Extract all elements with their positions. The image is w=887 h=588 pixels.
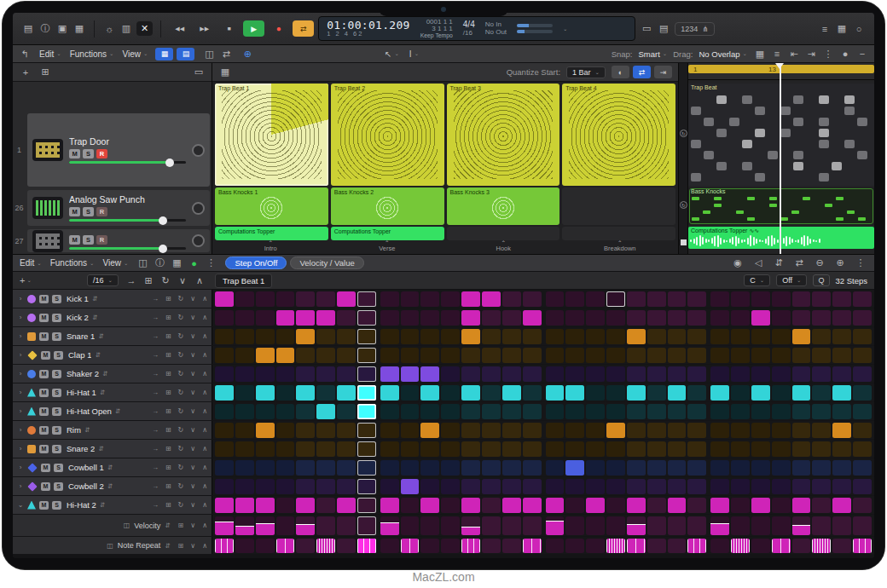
step-cell[interactable] [401, 479, 420, 494]
step-cell[interactable] [751, 348, 770, 363]
step-cell[interactable] [296, 423, 315, 438]
step-cell[interactable] [546, 423, 565, 438]
step-cell[interactable] [606, 539, 625, 553]
step-cell[interactable] [812, 441, 831, 457]
step-cell[interactable] [401, 441, 420, 457]
step-cell[interactable] [215, 291, 234, 307]
step-cell[interactable] [606, 310, 625, 326]
step-cell[interactable] [215, 329, 234, 344]
tracks-view-icon[interactable]: ▤ [177, 48, 194, 61]
up-icon[interactable]: ∧ [202, 482, 207, 490]
goto-end-icon[interactable]: ⇥ [654, 66, 672, 78]
down-icon[interactable]: ∨ [190, 314, 195, 321]
note-stepper-icon[interactable]: ⇵ [92, 314, 97, 321]
step-cell[interactable] [586, 516, 605, 535]
down-icon[interactable]: ∨ [190, 464, 195, 471]
step-cell[interactable] [668, 385, 687, 401]
step-cell[interactable] [565, 423, 584, 438]
step-cell[interactable] [357, 498, 376, 513]
step-cell[interactable] [565, 479, 584, 494]
step-cell[interactable] [256, 460, 275, 476]
step-cell[interactable] [316, 329, 335, 344]
step-cell[interactable] [276, 423, 295, 438]
step-cell[interactable] [668, 441, 687, 457]
scene-trigger-intro[interactable]: ⌃Intro [212, 241, 329, 253]
step-cell[interactable] [256, 441, 275, 457]
editors-icon[interactable]: ✕ [136, 21, 153, 36]
step-cell[interactable] [772, 385, 791, 401]
step-cell[interactable] [380, 479, 399, 494]
step-cell[interactable] [296, 348, 315, 363]
step-cell[interactable] [523, 329, 542, 344]
step-cell[interactable] [523, 516, 542, 535]
step-cell[interactable] [710, 479, 729, 494]
step-cell[interactable] [420, 516, 439, 535]
rewind-button[interactable]: ◀◀ [169, 20, 190, 37]
more-icon[interactable]: ⋮ [204, 257, 217, 268]
step-cell[interactable] [853, 404, 872, 419]
step-cell[interactable] [772, 479, 791, 494]
step-cell[interactable] [546, 329, 565, 344]
step-cell[interactable] [235, 423, 254, 438]
note-stepper-icon[interactable]: ⇵ [102, 370, 107, 378]
step-cell[interactable] [606, 348, 625, 363]
step-cell[interactable] [812, 479, 831, 494]
step-cell[interactable] [380, 441, 399, 457]
step-cell[interactable] [606, 404, 625, 419]
loop-cell[interactable]: Computations Topper [215, 227, 328, 240]
loop-cell[interactable]: Trap Beat 1 [215, 84, 328, 186]
step-cell[interactable] [546, 539, 565, 553]
step-cell[interactable] [380, 460, 399, 476]
step-cell[interactable] [482, 329, 501, 344]
step-cell[interactable] [482, 404, 501, 419]
loop-cell[interactable]: Trap Beat 4 [562, 84, 675, 186]
live-loops-grid-icon[interactable]: ▦ [155, 48, 173, 61]
arrow-right-icon[interactable]: → [152, 370, 159, 378]
row-header[interactable]: ›MSHi-Hat Open⇵→⊞↻∨∧ [13, 402, 212, 420]
collapse-icon[interactable]: − [855, 49, 869, 59]
step-cell[interactable] [296, 539, 315, 553]
step-cell[interactable] [606, 460, 625, 476]
step-cell[interactable] [687, 539, 706, 553]
step-cell[interactable] [420, 404, 439, 419]
step-cell[interactable] [256, 404, 275, 419]
row-header[interactable]: ›MSKick 1⇵→⊞↻∨∧ [13, 290, 212, 308]
vel-header[interactable]: ◫Velocity⇵⊞∨∧ [13, 515, 212, 536]
increment-icon[interactable]: ⊞ [165, 351, 171, 359]
step-cell[interactable] [316, 423, 335, 438]
step-cell[interactable] [276, 441, 295, 457]
step-cell[interactable] [832, 348, 851, 363]
step-cell[interactable] [710, 404, 729, 419]
step-cell[interactable] [523, 498, 542, 513]
step-cell[interactable] [441, 291, 460, 307]
row-header[interactable]: ›MSKick 2⇵→⊞↻∨∧ [13, 308, 212, 326]
rotate-icon[interactable]: ↻ [178, 370, 184, 378]
step-cell[interactable] [276, 329, 295, 344]
step-cell[interactable] [586, 329, 605, 344]
step-cell[interactable] [337, 385, 356, 401]
step-cell[interactable] [710, 460, 729, 476]
row-mute-button[interactable]: M [39, 426, 49, 435]
step-cell[interactable] [687, 516, 706, 535]
step-cell[interactable] [668, 516, 687, 535]
step-cell[interactable] [215, 460, 234, 476]
zoom-h-icon[interactable]: ⇤ [787, 49, 801, 60]
step-cell[interactable] [337, 498, 356, 513]
step-cell[interactable] [792, 366, 811, 382]
step-cell[interactable] [235, 539, 254, 553]
step-cell[interactable] [482, 423, 501, 438]
step-cell[interactable] [380, 498, 399, 513]
step-cell[interactable] [687, 423, 706, 438]
row-solo-button[interactable]: S [52, 295, 61, 303]
step-cell[interactable] [731, 310, 750, 326]
step-cell[interactable] [441, 516, 460, 535]
step-cell[interactable] [441, 539, 460, 553]
zoom-v-icon[interactable]: ⇥ [804, 49, 818, 60]
mute-button[interactable]: M [69, 235, 80, 245]
step-cell[interactable] [546, 310, 565, 326]
workspaces-icon[interactable]: ▤ [21, 23, 35, 34]
step-cell[interactable] [586, 498, 605, 513]
step-cell[interactable] [647, 441, 666, 457]
step-cell[interactable] [832, 441, 851, 457]
down-icon[interactable]: ∨ [190, 482, 195, 490]
